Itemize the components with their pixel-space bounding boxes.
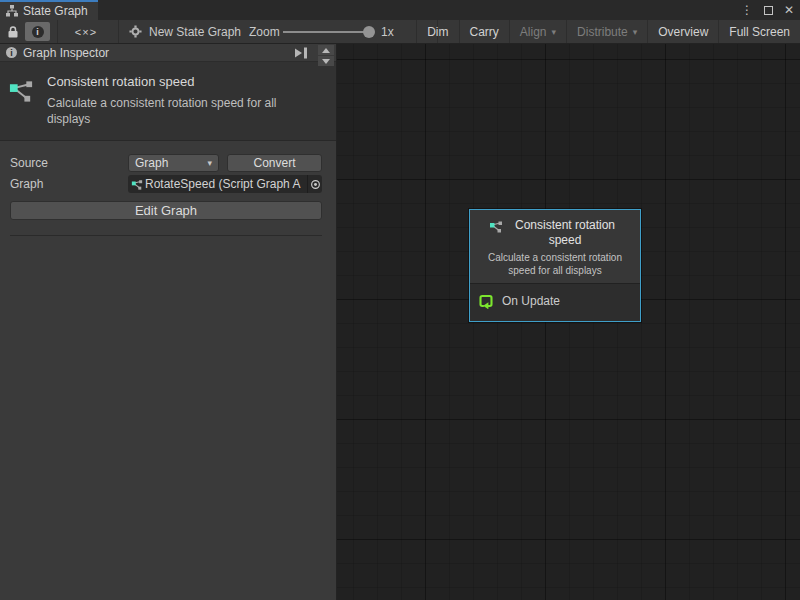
graph-object-value: RotateSpeed (Script Graph A	[145, 177, 307, 191]
window-controls: ⋮ ✕	[741, 0, 794, 20]
info-icon: i	[6, 47, 17, 58]
chevron-down-icon: ▾	[552, 27, 557, 37]
graph-title: Consistent rotation speed	[47, 74, 319, 89]
chevron-down-icon: ▾	[633, 27, 638, 37]
graph-toolbar: i <×> New State Graph Zoom 1x Dim Carry …	[0, 20, 800, 44]
chevron-down-icon	[322, 59, 330, 64]
graph-field-label: Graph	[10, 177, 128, 191]
graph-description: Calculate a consistent rotation speed fo…	[47, 96, 319, 127]
script-graph-icon	[131, 178, 143, 191]
state-node-consistent-rotation-speed[interactable]: Consistent rotation speed Calculate a co…	[469, 209, 641, 322]
state-graph-icon	[6, 5, 18, 17]
zoom-value: 1x	[381, 20, 394, 43]
new-state-graph-label: New State Graph	[149, 25, 241, 39]
edit-graph-button[interactable]: Edit Graph	[10, 201, 322, 220]
align-button[interactable]: Align ▾	[509, 20, 566, 43]
info-icon: i	[32, 26, 44, 38]
new-state-graph-icon	[129, 25, 142, 38]
graph-inspector-header: i Graph Inspector	[0, 44, 336, 62]
full-screen-button[interactable]: Full Screen	[718, 20, 800, 43]
inspector-stepper	[318, 45, 334, 67]
zoom-slider-handle[interactable]	[363, 26, 375, 38]
node-event-label: On Update	[502, 294, 560, 308]
lock-button[interactable]	[2, 20, 24, 43]
dim-button[interactable]: Dim	[416, 20, 458, 43]
zoom-label: Zoom	[249, 20, 280, 43]
carry-button[interactable]: Carry	[459, 20, 509, 43]
toolbar-separator	[57, 20, 58, 43]
graph-info-box: Consistent rotation speed Calculate a co…	[0, 62, 336, 141]
node-description: Calculate a consistent rotation speed fo…	[475, 251, 635, 277]
node-title: Consistent rotation speed	[509, 218, 621, 248]
source-dropdown-value: Graph	[135, 156, 168, 170]
graph-inspector-panel: i Graph Inspector Consistent rotation sp…	[0, 44, 337, 600]
overview-button[interactable]: Overview	[647, 20, 718, 43]
step-down-button[interactable]	[318, 56, 334, 66]
inspector-divider	[10, 235, 322, 236]
chevron-down-icon: ▾	[207, 158, 212, 168]
script-graph-icon	[8, 77, 35, 105]
code-view-button[interactable]: <×>	[68, 20, 104, 43]
zoom-slider-track[interactable]	[283, 31, 371, 33]
graph-settings-form: Source Graph ▾ Convert Graph RotateSpeed…	[0, 141, 336, 236]
graph-inspector-toggle-button[interactable]: i	[25, 22, 50, 41]
toolbar-right-group: Dim Carry Align ▾ Distribute ▾ Overview …	[416, 20, 800, 43]
dock-panel-icon[interactable]	[295, 47, 308, 59]
source-row: Source Graph ▾ Convert	[10, 154, 322, 172]
node-body: On Update	[470, 283, 640, 321]
lock-icon	[7, 25, 19, 39]
new-state-graph-button[interactable]: New State Graph	[129, 20, 241, 43]
code-view-icon: <×>	[75, 26, 97, 38]
convert-button[interactable]: Convert	[227, 154, 322, 172]
close-icon[interactable]: ✕	[784, 0, 794, 20]
distribute-button[interactable]: Distribute ▾	[566, 20, 647, 43]
node-header: Consistent rotation speed Calculate a co…	[470, 210, 640, 283]
graph-canvas[interactable]: Consistent rotation speed Calculate a co…	[337, 44, 800, 600]
node-event-row[interactable]: On Update	[478, 293, 632, 309]
graph-row: Graph RotateSpeed (Script Graph A	[10, 175, 322, 193]
tab-state-graph[interactable]: State Graph	[0, 0, 98, 20]
kebab-menu-icon[interactable]: ⋮	[741, 0, 753, 20]
graph-inspector-title: Graph Inspector	[23, 46, 109, 60]
title-bar: State Graph ⋮ ✕	[0, 0, 800, 20]
tab-label: State Graph	[23, 4, 88, 18]
graph-object-field[interactable]: RotateSpeed (Script Graph A	[128, 175, 322, 193]
toolbar-separator	[118, 20, 119, 43]
script-graph-icon	[489, 219, 503, 234]
step-up-button[interactable]	[318, 45, 334, 55]
source-label: Source	[10, 156, 128, 170]
on-update-icon	[478, 293, 494, 309]
chevron-up-icon	[322, 48, 330, 53]
object-picker-button[interactable]	[307, 175, 322, 193]
maximize-icon[interactable]	[764, 6, 773, 15]
object-picker-icon	[310, 179, 321, 190]
source-dropdown[interactable]: Graph ▾	[128, 154, 219, 172]
